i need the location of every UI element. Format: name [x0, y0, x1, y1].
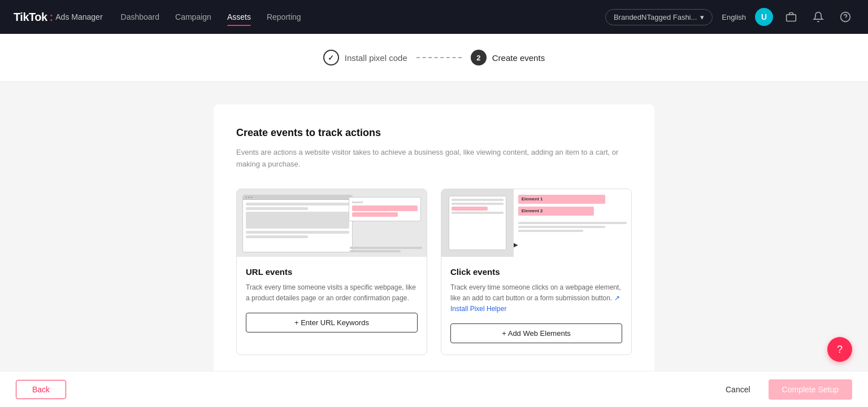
help-bubble-icon: ? [837, 344, 843, 356]
url-card-image: keyword [237, 189, 427, 257]
external-link-icon: ↗ [614, 293, 620, 304]
cards-row: keyword URL events Track every time some… [236, 189, 632, 356]
grey-block-1 [246, 212, 349, 229]
nav-dashboard[interactable]: Dashboard [121, 10, 160, 24]
briefcase-icon[interactable] [782, 8, 800, 26]
step-1-circle: ✓ [323, 50, 339, 65]
click-events-card[interactable]: ▶ Element 1 Element 2 Click events [441, 189, 632, 356]
click-card-title: Click events [450, 267, 622, 277]
click-right-panel: Element 1 Element 2 [514, 189, 631, 257]
help-bubble[interactable]: ? [827, 337, 852, 362]
nav-right: BrandedNTagged Fashi... ▾ English U [605, 8, 854, 26]
url-events-card[interactable]: keyword URL events Track every time some… [236, 189, 427, 356]
grey-line-1 [246, 203, 349, 205]
grey-line-3 [246, 231, 349, 234]
url-bottom-lines [350, 247, 422, 252]
install-pixel-helper-text-link[interactable]: Install Pixel Helper [450, 304, 506, 314]
add-web-elements-button[interactable]: + Add Web Elements [450, 323, 622, 343]
keyword-highlight-2 [352, 212, 398, 217]
grey-line-4 [246, 235, 308, 238]
footer-right: Cancel Complete Setup [714, 379, 852, 400]
click-card-image: ▶ Element 1 Element 2 [441, 189, 631, 257]
step-divider [416, 57, 462, 58]
cancel-button[interactable]: Cancel [714, 380, 762, 399]
keyword-highlight [352, 205, 418, 211]
logo-tiktok: TikTok [14, 11, 47, 24]
nav-reporting[interactable]: Reporting [267, 10, 301, 24]
language-selector[interactable]: English [722, 13, 746, 21]
right-grey-lines [518, 222, 627, 232]
url-card-desc: Track every time someone visits a specif… [246, 282, 418, 304]
step-2-label: Create events [492, 53, 545, 63]
right-grey-line-1 [518, 222, 627, 224]
back-button[interactable]: Back [16, 380, 66, 399]
nav-campaign[interactable]: Campaign [175, 10, 211, 24]
bell-icon[interactable] [809, 8, 827, 26]
enter-url-keywords-button[interactable]: + Enter URL Keywords [246, 313, 418, 332]
click-card-body: Click events Track every time someone cl… [441, 257, 631, 355]
mini-grey-1 [452, 199, 504, 201]
dot-1 [245, 196, 247, 198]
install-pixel-helper-link[interactable]: ↗ [614, 293, 620, 304]
step-1-label: Install pixel code [345, 53, 407, 63]
url-card-illustration: keyword [237, 189, 427, 257]
click-left-panel: ▶ [441, 189, 514, 257]
nav-logo: TikTok: Ads Manager [14, 11, 103, 24]
nav-assets[interactable]: Assets [227, 10, 251, 24]
keyword-box: keyword [349, 197, 421, 221]
right-grey-line-2 [518, 226, 605, 228]
element-tag-1: Element 1 [518, 195, 605, 204]
dot-3 [251, 196, 253, 198]
dot-2 [248, 196, 250, 198]
account-selector[interactable]: BrandedNTagged Fashi... ▾ [605, 9, 713, 25]
step-1: ✓ Install pixel code [323, 50, 407, 65]
step-2: 2 Create events [471, 50, 545, 65]
mini-grey-3 [452, 212, 504, 214]
browser-content [243, 200, 352, 243]
cursor-icon: ▶ [514, 242, 518, 248]
stepper: ✓ Install pixel code 2 Create events [0, 34, 868, 82]
nav-links: Dashboard Campaign Assets Reporting [121, 10, 587, 24]
browser-mockup [242, 195, 353, 252]
url-card-body: URL events Track every time someone visi… [237, 257, 427, 344]
account-name: BrandedNTagged Fashi... [614, 13, 697, 21]
avatar[interactable]: U [755, 8, 773, 26]
browser-bar [243, 195, 352, 200]
help-icon[interactable] [836, 8, 854, 26]
element-tag-2: Element 2 [518, 207, 594, 216]
mini-grey-2 [452, 203, 504, 205]
url-card-title: URL events [246, 267, 418, 277]
click-card-illustration: ▶ Element 1 Element 2 [441, 189, 631, 257]
section-desc: Events are actions a website visitor tak… [236, 147, 632, 170]
logo-ads-manager: Ads Manager [55, 12, 102, 21]
mini-pink-btn [452, 207, 488, 211]
main-content: Create events to track actions Events ar… [214, 104, 654, 383]
step-2-circle: 2 [471, 50, 487, 65]
click-browser-mini [449, 196, 506, 250]
grey-line-2 [246, 207, 308, 210]
section-title: Create events to track actions [236, 127, 632, 139]
bottom-line-2 [350, 250, 400, 252]
click-card-desc: Track every time someone clicks on a web… [450, 282, 622, 315]
footer: Back Cancel Complete Setup [0, 371, 868, 407]
svg-rect-0 [787, 15, 796, 21]
chevron-down-icon: ▾ [700, 13, 704, 21]
logo-colon: : [50, 11, 54, 24]
complete-setup-button[interactable]: Complete Setup [769, 379, 852, 400]
keyword-label: keyword [352, 200, 418, 204]
bottom-line-1 [350, 247, 422, 249]
navbar: TikTok: Ads Manager Dashboard Campaign A… [0, 0, 868, 34]
right-grey-line-3 [518, 230, 583, 232]
